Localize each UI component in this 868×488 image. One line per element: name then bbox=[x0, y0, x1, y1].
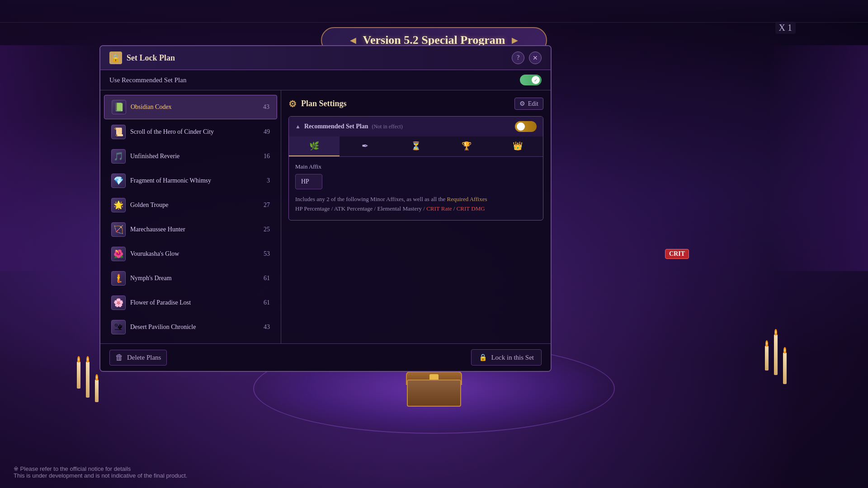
item-count: 49 bbox=[259, 128, 270, 136]
candle bbox=[783, 352, 787, 384]
close-icon: ✕ bbox=[533, 54, 538, 62]
item-count: 27 bbox=[259, 202, 270, 209]
item-name: Desert Pavilion Chronicle bbox=[130, 324, 254, 331]
edit-button[interactable]: ⚙ Edit bbox=[514, 98, 543, 110]
help-button[interactable]: ? bbox=[512, 52, 524, 64]
bottom-bar: 🗑 Delete Plans 🔒 Lock in this Set bbox=[100, 343, 551, 371]
trash-icon: 🗑 bbox=[115, 353, 123, 362]
tab-goblet[interactable]: 🏆 bbox=[441, 136, 492, 156]
item-icon: 📜 bbox=[111, 125, 126, 139]
list-item[interactable]: 🎵 Unfinished Reverie 16 bbox=[104, 145, 277, 168]
item-name: Marechaussee Hunter bbox=[130, 226, 254, 233]
panel-header-icons: ? ✕ bbox=[512, 52, 542, 64]
flower-tab-icon: 🌿 bbox=[309, 141, 319, 151]
required-affixes-link[interactable]: Required Affixes bbox=[447, 196, 487, 202]
lock-icon-btn: 🔒 bbox=[479, 353, 487, 361]
treasure-chest bbox=[407, 380, 461, 416]
main-affix-value: HP bbox=[295, 174, 322, 189]
minor-affixes-description: Includes any 2 of the following Minor Af… bbox=[295, 195, 537, 214]
item-name: Obsidian Codex bbox=[131, 103, 254, 111]
crit-badge: CRIT bbox=[665, 249, 689, 259]
disclaimer-line1: ※ Please refer to the official notice fo… bbox=[14, 465, 187, 472]
rec-plan-title-row: ▲ Recommended Set Plan (Not in effect) bbox=[295, 123, 403, 130]
list-item[interactable]: 🏜 Desert Pavilion Chronicle 43 bbox=[104, 315, 277, 339]
item-icon: 🌟 bbox=[111, 198, 126, 212]
gear-icon-small: ⚙ bbox=[519, 100, 525, 108]
list-item[interactable]: 🌸 Flower of Paradise Lost 61 bbox=[104, 291, 277, 314]
item-count: 25 bbox=[259, 226, 270, 233]
banner-arrow-left: ◀ bbox=[350, 35, 356, 45]
tab-flower[interactable]: 🌿 bbox=[289, 136, 340, 156]
artifact-set-list: 📗 Obsidian Codex 43 📜 Scroll of the Hero… bbox=[100, 90, 281, 343]
candle bbox=[77, 361, 80, 389]
item-icon: 📗 bbox=[112, 100, 126, 114]
plan-settings-title: ⚙ Plan Settings bbox=[288, 99, 347, 109]
recommended-toggle[interactable] bbox=[520, 75, 542, 85]
list-item[interactable]: 🧜 Nymph's Dream 61 bbox=[104, 267, 277, 290]
item-name: Fragment of Harmonic Whimsy bbox=[130, 177, 254, 184]
panel-header: 🔒 Set Lock Plan ? ✕ bbox=[100, 46, 551, 70]
minor-prefix-text: Includes any 2 of the following Minor Af… bbox=[295, 196, 445, 202]
rec-plan-title: Recommended Set Plan bbox=[304, 123, 368, 130]
affix-content-area: Main Affix HP Includes any 2 of the foll… bbox=[289, 157, 543, 220]
tab-feather[interactable]: ✒ bbox=[340, 136, 390, 156]
item-count: 16 bbox=[259, 153, 270, 160]
delete-plans-button[interactable]: 🗑 Delete Plans bbox=[109, 350, 167, 366]
recommended-row: Use Recommended Set Plan bbox=[100, 70, 551, 90]
recommended-plan-box: ▲ Recommended Set Plan (Not in effect) 🌿… bbox=[288, 116, 543, 221]
item-count: 53 bbox=[259, 250, 270, 258]
item-name: Golden Troupe bbox=[130, 202, 254, 209]
item-icon: 🎵 bbox=[111, 149, 126, 164]
item-icon: 🏜 bbox=[111, 320, 126, 334]
triangle-icon: ▲ bbox=[295, 123, 301, 130]
item-count: 3 bbox=[259, 177, 270, 184]
affix-separator: / bbox=[453, 205, 455, 212]
panel-title: Set Lock Plan bbox=[127, 53, 175, 63]
item-count: 43 bbox=[259, 324, 270, 331]
list-item[interactable]: 📜 Scroll of the Hero of Cinder City 49 bbox=[104, 120, 277, 144]
list-item[interactable]: 🌺 Vourukasha's Glow 53 bbox=[104, 242, 277, 266]
panel-body: 📗 Obsidian Codex 43 📜 Scroll of the Hero… bbox=[100, 90, 551, 343]
candle bbox=[765, 346, 769, 371]
lock-icon: 🔒 bbox=[109, 52, 122, 64]
feather-tab-icon: ✒ bbox=[362, 141, 368, 151]
list-item[interactable]: 💎 Fragment of Harmonic Whimsy 3 bbox=[104, 169, 277, 192]
window-close-button[interactable]: X 1 bbox=[775, 22, 796, 34]
lock-in-button[interactable]: 🔒 Lock in this Set bbox=[471, 349, 542, 366]
candle bbox=[86, 361, 90, 398]
panel-header-left: 🔒 Set Lock Plan bbox=[109, 52, 175, 64]
left-decoration bbox=[0, 45, 99, 271]
close-button[interactable]: ✕ bbox=[529, 52, 542, 64]
plan-settings-header: ⚙ Plan Settings ⚙ Edit bbox=[288, 98, 543, 110]
list-item[interactable]: 🏹 Marechaussee Hunter 25 bbox=[104, 218, 277, 241]
recommended-label: Use Recommended Set Plan bbox=[109, 76, 186, 84]
item-count: 43 bbox=[258, 103, 269, 111]
candle bbox=[95, 380, 99, 402]
main-panel: 🔒 Set Lock Plan ? ✕ Use Recommended Set … bbox=[99, 45, 552, 372]
help-icon: ? bbox=[517, 54, 519, 61]
plan-settings-label: Plan Settings bbox=[301, 99, 347, 108]
item-count: 61 bbox=[259, 275, 270, 282]
item-icon: 🌸 bbox=[111, 296, 126, 310]
item-name: Nymph's Dream bbox=[130, 275, 254, 282]
list-item[interactable]: 🌟 Golden Troupe 27 bbox=[104, 193, 277, 217]
delete-label: Delete Plans bbox=[127, 354, 161, 361]
tab-sands[interactable]: ⏳ bbox=[391, 136, 441, 156]
lock-symbol: 🔒 bbox=[111, 54, 120, 62]
tab-circlet[interactable]: 👑 bbox=[492, 136, 543, 156]
recommended-plan-toggle[interactable] bbox=[515, 121, 537, 132]
list-item[interactable]: 📗 Obsidian Codex 43 bbox=[104, 95, 277, 119]
circlet-tab-icon: 👑 bbox=[513, 141, 523, 151]
disclaimer: ※ Please refer to the official notice fo… bbox=[14, 465, 187, 479]
crit-rate-text: CRIT Rate bbox=[426, 205, 452, 212]
right-decoration bbox=[769, 45, 868, 271]
disclaimer-line2: This is under development and is not ind… bbox=[14, 472, 187, 479]
gear-icon: ⚙ bbox=[288, 99, 297, 109]
item-count: 61 bbox=[259, 299, 270, 306]
sands-tab-icon: ⏳ bbox=[411, 141, 421, 151]
item-name: Unfinished Reverie bbox=[130, 153, 254, 160]
crit-dmg-text: CRIT DMG bbox=[457, 205, 485, 212]
item-icon: 🏹 bbox=[111, 222, 126, 237]
top-bar bbox=[0, 0, 868, 23]
plan-settings-panel: ⚙ Plan Settings ⚙ Edit ▲ Recommended Set… bbox=[281, 90, 551, 343]
